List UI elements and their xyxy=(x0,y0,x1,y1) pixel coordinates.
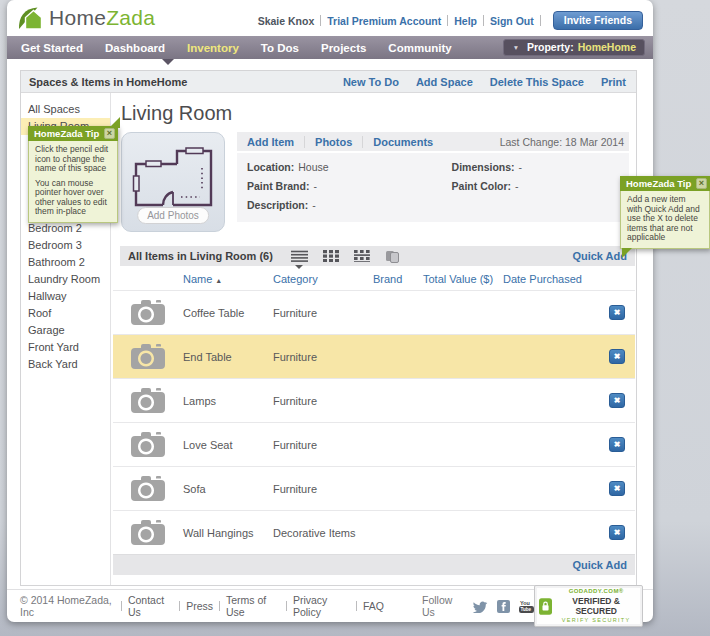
grid-view-icon[interactable] xyxy=(323,250,339,262)
sort-asc-icon: ▲ xyxy=(215,277,222,284)
facebook-icon[interactable] xyxy=(497,600,510,613)
table-row[interactable]: Coffee Table Furniture ✖ xyxy=(113,290,635,334)
delete-space-link[interactable]: Delete This Space xyxy=(490,76,584,88)
bottom-quick-add-bar: Quick Add xyxy=(113,554,635,575)
item-name: Lamps xyxy=(183,395,273,407)
field-paint-color[interactable]: Paint Color:- xyxy=(452,180,619,192)
close-icon[interactable]: × xyxy=(104,128,115,139)
column-name[interactable]: Name▲ xyxy=(183,273,273,285)
sidebar-item-garage[interactable]: Garage xyxy=(21,322,110,339)
sidebar-item-hallway[interactable]: Hallway xyxy=(21,288,110,305)
user-name-link[interactable]: Skaie Knox xyxy=(258,15,315,27)
delete-item-button[interactable]: ✖ xyxy=(609,305,625,320)
sidebar-item-bedroom-2[interactable]: Bedroom 2 xyxy=(21,220,110,237)
trial-account-link[interactable]: Trial Premium Account xyxy=(327,15,441,27)
item-category: Decorative Items xyxy=(273,527,373,539)
field-dimensions[interactable]: Dimensions:- xyxy=(452,161,619,173)
table-row-highlighted[interactable]: End Table Furniture ✖ xyxy=(113,334,635,378)
print-link[interactable]: Print xyxy=(601,76,626,88)
nav-to-dos[interactable]: To Dos xyxy=(261,42,299,54)
item-name: End Table xyxy=(183,351,273,363)
field-description[interactable]: Description:- xyxy=(247,199,452,211)
badge-text: GODADDY.COM® VERIFIED & SECURED VERIFY S… xyxy=(556,588,636,624)
column-date-purchased[interactable]: Date Purchased xyxy=(503,273,609,285)
camera-placeholder-icon xyxy=(129,385,183,417)
add-photos-button[interactable]: Add Photos xyxy=(137,207,209,224)
column-category[interactable]: Category xyxy=(273,273,373,285)
tab-documents[interactable]: Documents xyxy=(362,136,443,148)
item-category: Furniture xyxy=(273,439,373,451)
tab-photos[interactable]: Photos xyxy=(304,136,362,148)
item-category: Furniture xyxy=(273,351,373,363)
page-title: Living Room xyxy=(121,102,636,125)
new-to-do-link[interactable]: New To Do xyxy=(343,76,399,88)
field-location[interactable]: Location:House xyxy=(247,161,452,173)
close-icon[interactable]: × xyxy=(696,178,707,189)
nav-community[interactable]: Community xyxy=(388,42,451,54)
nav-get-started[interactable]: Get Started xyxy=(21,42,83,54)
delete-item-button[interactable]: ✖ xyxy=(609,481,625,496)
field-paint-brand[interactable]: Paint Brand:- xyxy=(247,180,452,192)
twitter-icon[interactable] xyxy=(472,600,488,613)
youtube-icon[interactable]: YouTube xyxy=(519,600,534,613)
faq-link[interactable]: FAQ xyxy=(363,600,384,612)
column-total-value[interactable]: Total Value ($) xyxy=(423,273,503,285)
floor-plan-image xyxy=(127,137,219,217)
sidebar-item-roof[interactable]: Roof xyxy=(21,305,110,322)
property-selector[interactable]: ▼ Property: HomeHome xyxy=(503,39,645,56)
tip-body: Click the pencil edit icon to change the… xyxy=(28,141,118,223)
divider xyxy=(447,15,448,26)
property-value: HomeHome xyxy=(578,41,636,53)
sign-out-link[interactable]: Sign Out xyxy=(490,15,534,27)
sidebar-item-front-yard[interactable]: Front Yard xyxy=(21,339,110,356)
frame-actions: New To Do Add Space Delete This Space Pr… xyxy=(343,76,636,88)
social-icons: YouTube xyxy=(472,600,534,613)
logo-text: HomeZada xyxy=(49,6,155,30)
tab-add-item[interactable]: Add Item xyxy=(237,136,304,148)
item-name: Love Seat xyxy=(183,439,273,451)
item-category: Furniture xyxy=(273,307,373,319)
nav-inventory[interactable]: Inventory xyxy=(187,42,239,54)
room-fields: Location:House Paint Brand:- Description… xyxy=(237,153,629,222)
grid-list-view-icon[interactable] xyxy=(354,250,370,262)
add-space-link[interactable]: Add Space xyxy=(416,76,473,88)
table-row[interactable]: Love Seat Furniture ✖ xyxy=(113,422,635,466)
help-link[interactable]: Help xyxy=(454,15,477,27)
table-row[interactable]: Sofa Furniture ✖ xyxy=(113,466,635,510)
sidebar-item-bathroom-2[interactable]: Bathroom 2 xyxy=(21,254,110,271)
nav-dashboard[interactable]: Dashboard xyxy=(105,42,165,54)
breadcrumb: Spaces & Items in HomeHome xyxy=(21,76,187,88)
tip-arrow xyxy=(622,248,632,258)
svg-text:Tube: Tube xyxy=(521,607,532,612)
homezada-logo[interactable]: HomeZada xyxy=(17,4,155,31)
sidebar-item-laundry-room[interactable]: Laundry Room xyxy=(21,271,110,288)
godaddy-secured-badge[interactable]: GODADDY.COM® VERIFIED & SECURED VERIFY S… xyxy=(534,585,643,627)
press-link[interactable]: Press xyxy=(186,600,213,612)
svg-text:You: You xyxy=(520,600,530,606)
tip-body: Add a new item with Quick Add and use th… xyxy=(620,191,710,249)
delete-item-button[interactable]: ✖ xyxy=(609,349,625,364)
delete-item-button[interactable]: ✖ xyxy=(609,437,625,452)
list-view-icon[interactable] xyxy=(291,250,308,262)
column-brand[interactable]: Brand xyxy=(373,273,423,285)
invite-friends-button[interactable]: Invite Friends xyxy=(553,11,643,30)
sidebar-item-back-yard[interactable]: Back Yard xyxy=(21,356,110,373)
homezada-house-icon xyxy=(17,4,44,31)
sidebar-item-bedroom-3[interactable]: Bedroom 3 xyxy=(21,237,110,254)
room-photo-card[interactable]: Add Photos xyxy=(121,132,225,232)
homezada-tip-left: HomeZada Tip × Click the pencil edit ico… xyxy=(28,126,118,223)
tip-header: HomeZada Tip × xyxy=(620,176,710,191)
nav-projects[interactable]: Projects xyxy=(321,42,366,54)
table-row[interactable]: Lamps Furniture ✖ xyxy=(113,378,635,422)
delete-item-button[interactable]: ✖ xyxy=(609,525,625,540)
homezada-tip-right: HomeZada Tip × Add a new item with Quick… xyxy=(620,176,710,249)
terms-link[interactable]: Terms of Use xyxy=(226,594,280,618)
contact-us-link[interactable]: Contact Us xyxy=(128,594,173,618)
quick-add-link-bottom[interactable]: Quick Add xyxy=(572,559,635,571)
table-header-row: Name▲ Category Brand Total Value ($) Dat… xyxy=(113,268,635,290)
copy-view-icon[interactable] xyxy=(385,250,400,263)
privacy-link[interactable]: Privacy Policy xyxy=(293,594,350,618)
table-row[interactable]: Wall Hangings Decorative Items ✖ xyxy=(113,510,635,554)
sidebar-item-all-spaces[interactable]: All Spaces xyxy=(21,101,110,118)
delete-item-button[interactable]: ✖ xyxy=(609,393,625,408)
